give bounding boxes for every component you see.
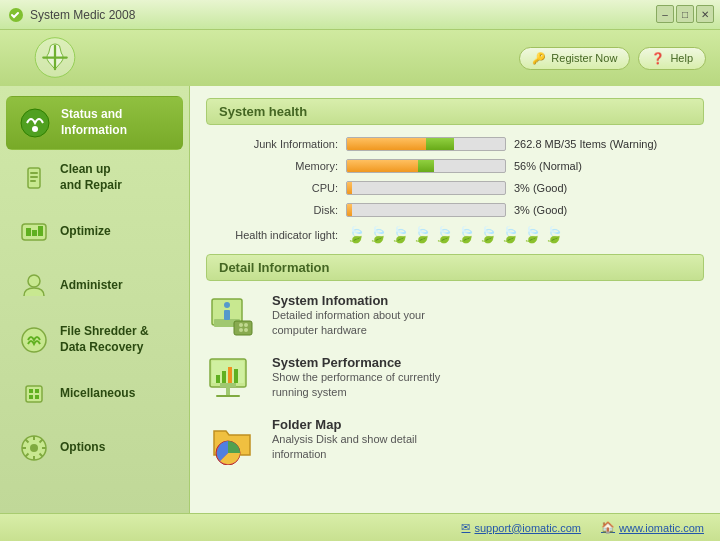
sidebar-label-cleanup: Clean upand Repair: [60, 162, 122, 193]
svg-rect-5: [30, 172, 38, 174]
sidebar-item-optimize[interactable]: Optimize: [6, 206, 183, 258]
health-row-value: 3% (Good): [514, 182, 567, 194]
help-button[interactable]: ❓ Help: [638, 47, 706, 70]
app-logo: [30, 35, 80, 80]
detail-item-title: Folder Map: [272, 417, 417, 432]
health-row-value: 262.8 MB/35 Items (Warning): [514, 138, 657, 150]
sidebar-item-misc[interactable]: Micellaneous: [6, 368, 183, 420]
health-row: Disk: 3% (Good): [206, 203, 704, 217]
sidebar-label-status: Status andInformation: [61, 107, 127, 138]
svg-point-29: [244, 328, 248, 332]
title-bar: System Medic 2008 – □ ✕: [0, 0, 720, 30]
svg-point-23: [224, 302, 230, 308]
register-button[interactable]: 🔑 Register Now: [519, 47, 630, 70]
svg-rect-24: [224, 310, 230, 320]
health-row-label: Memory:: [206, 160, 346, 172]
health-row: Memory: 56% (Normal): [206, 159, 704, 173]
status-icon: [19, 107, 51, 139]
health-indicator-row: Health indicator light: 🍃🍃🍃🍃🍃🍃🍃🍃🍃🍃: [206, 225, 704, 244]
sidebar-label-optimize: Optimize: [60, 224, 111, 240]
detail-item-title: System Infomation: [272, 293, 425, 308]
svg-point-27: [244, 323, 248, 327]
sidebar-item-administer[interactable]: Administer: [6, 260, 183, 312]
svg-rect-9: [26, 228, 31, 236]
health-row-value: 56% (Normal): [514, 160, 582, 172]
sidebar-item-status[interactable]: Status andInformation: [6, 96, 183, 150]
svg-rect-14: [26, 386, 42, 402]
health-row-label: CPU:: [206, 182, 346, 194]
leaf-icon: 🍃: [368, 225, 388, 244]
header: 🔑 Register Now ❓ Help: [0, 30, 720, 86]
detail-item[interactable]: System Performance Show the performance …: [206, 355, 704, 403]
main-layout: Status andInformation Clean upand Repair: [0, 86, 720, 513]
svg-rect-6: [30, 176, 38, 178]
progress-bar: [346, 159, 506, 173]
home-icon: 🏠: [601, 521, 615, 534]
window-title: System Medic 2008: [30, 8, 135, 22]
sidebar-item-cleanup[interactable]: Clean upand Repair: [6, 152, 183, 204]
help-icon: ❓: [651, 52, 665, 65]
administer-icon: [18, 270, 50, 302]
leaf-icons: 🍃🍃🍃🍃🍃🍃🍃🍃🍃🍃: [346, 225, 564, 244]
detail-section: Detail Information System Infomation Det…: [206, 254, 704, 465]
sidebar: Status andInformation Clean upand Repair: [0, 86, 190, 513]
detail-item[interactable]: Folder Map Analysis Disk and show detail…: [206, 417, 704, 465]
svg-point-12: [28, 275, 40, 287]
leaf-icon: 🍃: [390, 225, 410, 244]
progress-bar: [346, 203, 506, 217]
detail-item-desc: Detailed information about yourcomputer …: [272, 308, 425, 339]
email-text: support@iomatic.com: [474, 522, 581, 534]
sidebar-label-shredder: File Shredder &Data Recovery: [60, 324, 149, 355]
svg-rect-7: [30, 180, 36, 182]
detail-item-icon: [206, 417, 258, 465]
detail-info-header: Detail Information: [206, 254, 704, 281]
minimize-button[interactable]: –: [656, 5, 674, 23]
progress-bar: [346, 137, 506, 151]
sidebar-item-options[interactable]: Options: [6, 422, 183, 474]
window-controls: – □ ✕: [656, 5, 714, 23]
detail-item-icon: [206, 293, 258, 341]
svg-point-20: [30, 444, 38, 452]
svg-rect-15: [29, 389, 33, 393]
svg-rect-33: [222, 371, 226, 383]
health-rows: Junk Information: 262.8 MB/35 Items (War…: [206, 137, 704, 217]
website-link[interactable]: 🏠 www.iomatic.com: [601, 521, 704, 534]
sidebar-label-options: Options: [60, 440, 105, 456]
shredder-icon: [18, 324, 50, 356]
leaf-icon: 🍃: [522, 225, 542, 244]
svg-point-3: [32, 126, 38, 132]
system-health-header: System health: [206, 98, 704, 125]
svg-rect-32: [216, 375, 220, 383]
health-row: Junk Information: 262.8 MB/35 Items (War…: [206, 137, 704, 151]
health-row-label: Junk Information:: [206, 138, 346, 150]
svg-rect-34: [228, 367, 232, 383]
register-icon: 🔑: [532, 52, 546, 65]
detail-item[interactable]: System Infomation Detailed information a…: [206, 293, 704, 341]
sidebar-label-misc: Micellaneous: [60, 386, 135, 402]
svg-rect-17: [29, 395, 33, 399]
indicator-label: Health indicator light:: [206, 229, 346, 241]
leaf-icon: 🍃: [478, 225, 498, 244]
detail-item-text: Folder Map Analysis Disk and show detail…: [272, 417, 417, 463]
svg-rect-36: [220, 383, 236, 387]
svg-rect-37: [226, 387, 230, 395]
help-label: Help: [670, 52, 693, 64]
leaf-icon: 🍃: [456, 225, 476, 244]
leaf-icon: 🍃: [434, 225, 454, 244]
svg-rect-10: [32, 230, 37, 236]
misc-icon: [18, 378, 50, 410]
svg-rect-35: [234, 369, 238, 383]
sidebar-item-shredder[interactable]: File Shredder &Data Recovery: [6, 314, 183, 366]
register-label: Register Now: [551, 52, 617, 64]
detail-item-desc: Show the performance of currentlyrunning…: [272, 370, 440, 401]
email-link[interactable]: ✉ support@iomatic.com: [461, 521, 581, 534]
svg-rect-11: [38, 226, 43, 236]
detail-item-icon: [206, 355, 258, 403]
svg-rect-25: [234, 321, 252, 335]
svg-point-26: [239, 323, 243, 327]
detail-item-desc: Analysis Disk and show detailinformation: [272, 432, 417, 463]
maximize-button[interactable]: □: [676, 5, 694, 23]
leaf-icon: 🍃: [412, 225, 432, 244]
close-button[interactable]: ✕: [696, 5, 714, 23]
leaf-icon: 🍃: [544, 225, 564, 244]
